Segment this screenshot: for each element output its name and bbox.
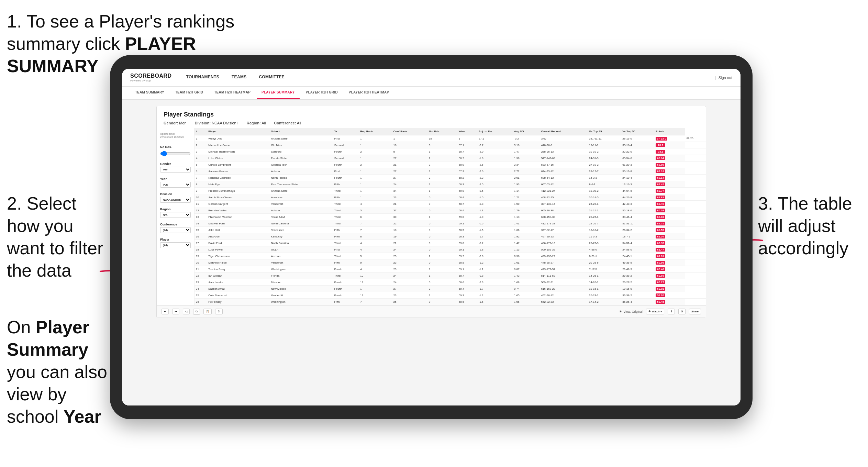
nav-right: | Sign out (715, 76, 732, 80)
panel-header: Player Standings Gender: Men Division: N… (157, 106, 706, 128)
filter-group-player: Player (All) (160, 238, 191, 248)
year-select[interactable]: (All) (160, 182, 191, 188)
table-cell: 68.04 (654, 155, 685, 162)
table-cell: 1.50 (513, 201, 540, 207)
table-cell: 60.36 (654, 207, 685, 214)
table-cell: -0.5 (477, 220, 513, 227)
table-cell: 24-10-4 (621, 175, 654, 181)
table-cell: 2 (194, 142, 207, 148)
table-cell: Third (333, 201, 359, 207)
table-cell: 2 (427, 253, 457, 259)
redo-button[interactable]: ↪ (172, 309, 179, 314)
view-icon: 👁 (619, 310, 622, 313)
table-cell: Petr Hruby (207, 299, 269, 305)
table-row: 6Jackson KoivunAuburnFirst127167.3-2.02.… (194, 168, 706, 175)
undo-button[interactable]: ↩ (162, 309, 169, 314)
table-cell: 23 (392, 266, 427, 273)
table-cell: Missouri (270, 279, 333, 286)
tablet-screen: SCOREBOARD Powered by dippi TOURNAMENTS … (122, 69, 741, 405)
region-select[interactable]: N/A (160, 212, 191, 218)
table-cell: 68.14 (654, 175, 685, 181)
table-cell: Stanford (270, 148, 333, 155)
download-button[interactable]: ⬇ (668, 309, 675, 314)
table-row: 13Phichaksn MaichonTexas A&MThird630169.… (194, 214, 706, 220)
region-label: Region: All (247, 121, 266, 125)
subnav-team-h2h-grid[interactable]: TEAM H2H GRID (170, 86, 208, 99)
table-cell: Gordon Sargent (207, 201, 269, 207)
table-cell: 4 (359, 201, 392, 207)
table-cell: 62.75 (654, 220, 685, 227)
share-button[interactable]: Share (689, 309, 701, 314)
table-row: 20Matthew RiedelVanderbiltFifth923068.8-… (194, 259, 706, 266)
copy-button[interactable]: ⧉ (193, 309, 200, 315)
table-cell: Second (333, 155, 359, 162)
table-cell: 17 (194, 240, 207, 246)
nav-item-teams[interactable]: TEAMS (225, 69, 253, 87)
subnav-player-summary[interactable]: PLAYER SUMMARY (257, 86, 300, 99)
gender-select[interactable]: Men (160, 167, 191, 173)
content-panel: Player Standings Gender: Men Division: N… (156, 106, 706, 318)
bottom-toolbar: ↩ ↪ ◁ ⧉ 📋 ⏱ 👁 View: Original 👁 Watch ▾ (157, 305, 706, 318)
table-cell: 448-85-27 (540, 259, 588, 266)
subnav-player-h2h-heatmap[interactable]: PLAYER H2H HEATMAP (344, 86, 394, 99)
table-cell: 3 (194, 148, 207, 155)
filter-group-gender: Gender Men (160, 162, 191, 173)
table-cell: 3.10 (513, 142, 540, 148)
player-select[interactable]: (All) (160, 242, 191, 248)
table-cell: Fifth (333, 181, 359, 188)
table-row: 11Gordon SargentVanderbiltThird421068.7-… (194, 201, 706, 207)
table-cell: -1.7 (477, 233, 513, 240)
table-cell: 34 (392, 188, 427, 194)
conference-select[interactable]: (All) (160, 227, 191, 233)
table-cell: 67.1 (457, 142, 477, 148)
table-cell: 44-64-6 (621, 188, 654, 194)
table-cell: Luke Powell (207, 246, 269, 253)
nav-item-tournaments[interactable]: TOURNAMENTS (180, 69, 225, 87)
table-cell: 54-51-4 (621, 240, 654, 246)
timer-button[interactable]: ⏱ (215, 309, 223, 314)
sign-out-link[interactable]: Sign out (719, 76, 732, 80)
table-cell: 1 (359, 181, 392, 188)
watch-button[interactable]: 👁 Watch ▾ (646, 309, 664, 314)
table-cell: 24-45-1 (621, 253, 654, 259)
table-cell: Arizona State (270, 135, 333, 142)
subnav-team-summary[interactable]: TEAM SUMMARY (130, 86, 169, 99)
table-cell: 387-133-16 (540, 201, 588, 207)
table-cell: 30 (392, 214, 427, 220)
table-cell: 19-11-1 (588, 142, 621, 148)
table-cell: 25-22-1 (588, 201, 621, 207)
division-select[interactable]: NCAA Division I (160, 197, 191, 203)
table-cell: 14-26-1 (588, 273, 621, 279)
paste-button[interactable]: 📋 (203, 309, 212, 314)
table-cell: Third (333, 220, 359, 227)
table-cell: 11 (194, 201, 207, 207)
table-cell: -0.8 (477, 273, 513, 279)
watch-icon: 👁 (648, 310, 651, 313)
table-cell: 21 (392, 240, 427, 246)
subnav-player-h2h-grid[interactable]: PLAYER H2H GRID (301, 86, 343, 99)
table-cell: 60.02 (654, 286, 685, 292)
subnav-team-h2h-heatmap[interactable]: TEAM H2H HEATMAP (209, 86, 255, 99)
table-cell: 6 (194, 168, 207, 175)
no-rds-slider[interactable] (160, 150, 191, 157)
year-filter-label: Year (160, 177, 191, 181)
table-cell: Jack Lundin (207, 279, 269, 286)
table-cell: 2.34 (513, 162, 540, 168)
table-cell: 1 (427, 148, 457, 155)
col-player: Player (207, 128, 269, 135)
table-cell: 1.66 (513, 227, 540, 233)
settings-button[interactable]: ⚙ (678, 309, 686, 314)
filter-group-year: Year (All) (160, 177, 191, 188)
table-cell: 69.1 (457, 220, 477, 227)
nav-item-committee[interactable]: COMMITTEE (253, 69, 291, 87)
player-filter-label: Player (160, 238, 191, 241)
table-row: 5Christo LamprechtGeorgia TechFourth2212… (194, 162, 706, 168)
back-button[interactable]: ◁ (183, 309, 190, 314)
table-cell: 13 (194, 214, 207, 220)
table-cell: 4 (359, 240, 392, 246)
table-cell: 7 (194, 175, 207, 181)
table-cell: 1.43 (513, 273, 540, 279)
table-cell: 15 (427, 135, 457, 142)
table-cell: 20 (194, 259, 207, 266)
table-cell: North Florida (270, 175, 333, 181)
